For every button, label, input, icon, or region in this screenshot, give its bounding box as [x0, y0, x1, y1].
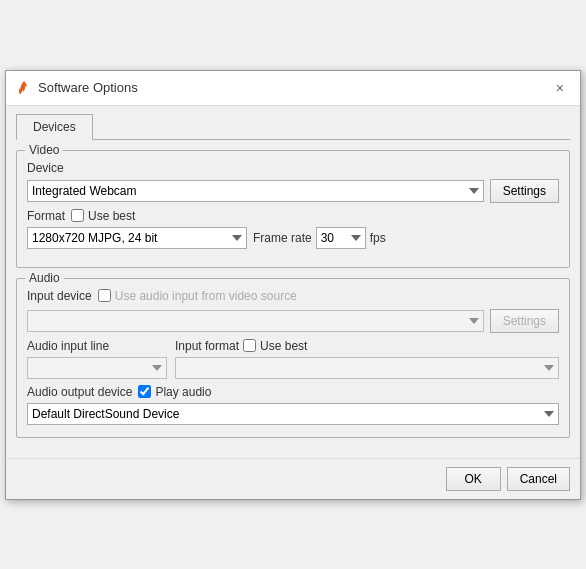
play-audio-label[interactable]: Play audio [138, 385, 211, 399]
audio-input-line-label: Audio input line [27, 339, 167, 353]
frame-rate-select[interactable]: 30 25 24 15 10 [316, 227, 366, 249]
use-best-checkbox[interactable] [71, 209, 84, 222]
audio-group: Audio Input device Use audio input from … [16, 278, 570, 438]
input-device-label: Input device [27, 289, 92, 303]
fps-label: fps [370, 231, 386, 245]
device-label: Device [27, 161, 559, 175]
input-device-section: Input device Use audio input from video … [27, 289, 559, 333]
video-group: Video Device Integrated Webcam Settings … [16, 150, 570, 268]
title-bar-left: Software Options [16, 80, 138, 96]
software-options-dialog: Software Options × Devices Video Device … [5, 70, 581, 500]
tab-devices[interactable]: Devices [16, 114, 93, 140]
close-button[interactable]: × [550, 79, 570, 97]
audio-input-device-select[interactable] [27, 310, 484, 332]
device-row: Integrated Webcam Settings [27, 179, 559, 203]
video-group-label: Video [25, 143, 63, 157]
device-select[interactable]: Integrated Webcam [27, 180, 484, 202]
flame-icon [16, 80, 32, 96]
audio-input-format-row: Audio input line Input format Use best [27, 339, 559, 379]
audio-use-best-label[interactable]: Use best [243, 339, 307, 353]
format-select-row: 1280x720 MJPG, 24 bit Frame rate 30 25 2… [27, 227, 559, 249]
input-format-select[interactable] [175, 357, 559, 379]
use-best-label[interactable]: Use best [71, 209, 135, 223]
video-settings-button[interactable]: Settings [490, 179, 559, 203]
audio-input-line-select[interactable] [27, 357, 167, 379]
format-label-row: Format Use best [27, 209, 559, 223]
input-device-select-row: Settings [27, 309, 559, 333]
use-audio-from-video-label[interactable]: Use audio input from video source [98, 289, 297, 303]
tabs-container: Devices [16, 114, 570, 140]
dialog-body: Devices Video Device Integrated Webcam S… [6, 106, 580, 458]
input-format-label: Input format [175, 339, 239, 353]
input-format-col: Input format Use best [175, 339, 559, 379]
audio-use-best-checkbox[interactable] [243, 339, 256, 352]
audio-output-label-row: Audio output device Play audio [27, 385, 559, 399]
audio-settings-button[interactable]: Settings [490, 309, 559, 333]
play-audio-checkbox[interactable] [138, 385, 151, 398]
frame-rate-label: Frame rate [253, 231, 312, 245]
input-device-label-row: Input device Use audio input from video … [27, 289, 559, 303]
dialog-title: Software Options [38, 80, 138, 95]
audio-output-section: Audio output device Play audio Default D… [27, 385, 559, 425]
audio-output-device-select[interactable]: Default DirectSound Device [27, 403, 559, 425]
format-label: Format [27, 209, 65, 223]
audio-group-label: Audio [25, 271, 64, 285]
format-select[interactable]: 1280x720 MJPG, 24 bit [27, 227, 247, 249]
cancel-button[interactable]: Cancel [507, 467, 570, 491]
frame-rate-group: Frame rate 30 25 24 15 10 fps [253, 227, 386, 249]
footer: OK Cancel [6, 458, 580, 499]
audio-output-device-label: Audio output device [27, 385, 132, 399]
use-audio-from-video-checkbox[interactable] [98, 289, 111, 302]
ok-button[interactable]: OK [446, 467, 501, 491]
title-bar: Software Options × [6, 71, 580, 106]
audio-input-line-col: Audio input line [27, 339, 167, 379]
